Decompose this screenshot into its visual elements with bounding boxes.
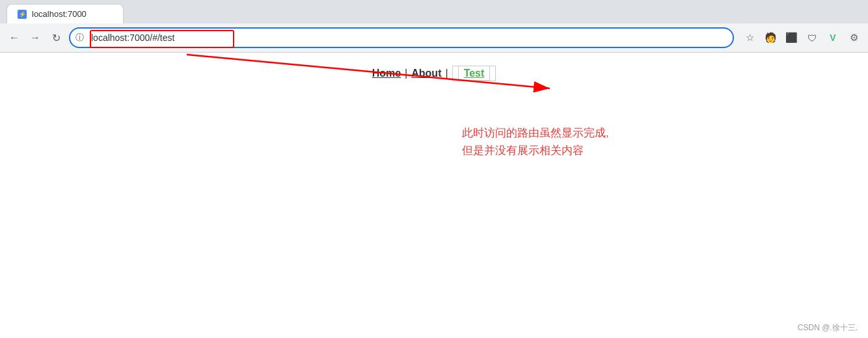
address-bar-wrapper: ⓘ xyxy=(69,27,734,48)
nav-separator-2: | xyxy=(445,68,448,79)
info-icon: ⓘ xyxy=(75,32,84,44)
browser-tab[interactable]: ⚡ localhost:7000 xyxy=(7,4,124,23)
forward-button[interactable]: → xyxy=(26,29,44,47)
nav-buttons: ← → ↻ xyxy=(5,29,65,47)
nav-separator-1: | xyxy=(405,68,407,79)
test-nav-link-box: Test xyxy=(452,66,496,81)
bookmark-icon[interactable]: ☆ xyxy=(740,29,759,47)
about-nav-link[interactable]: About xyxy=(411,68,441,79)
address-bar-input[interactable] xyxy=(69,27,734,48)
browser-chrome: ⚡ localhost:7000 ← → ↻ ⓘ ☆ 🧑 ⬛ 🛡 V ⚙ xyxy=(0,0,868,53)
back-button[interactable]: ← xyxy=(5,29,23,47)
extension-icon-1[interactable]: 🧑 xyxy=(761,29,780,47)
extension-icon-4[interactable]: V xyxy=(824,29,842,47)
description-line-2: 但是并没有展示相关内容 xyxy=(462,142,609,159)
extension-icon-3[interactable]: 🛡 xyxy=(803,29,821,47)
address-bar-row: ← → ↻ ⓘ ☆ 🧑 ⬛ 🛡 V ⚙ xyxy=(0,23,868,52)
description-text: 此时访问的路由虽然显示完成, 但是并没有展示相关内容 xyxy=(462,124,609,159)
toolbar-icons: ☆ 🧑 ⬛ 🛡 V ⚙ xyxy=(740,29,863,47)
tab-favicon: ⚡ xyxy=(18,10,27,19)
extension-icon-2[interactable]: ⬛ xyxy=(782,29,800,47)
watermark: CSDN @.徐十三. xyxy=(798,322,858,333)
home-nav-link[interactable]: Home xyxy=(372,68,401,79)
refresh-button[interactable]: ↻ xyxy=(47,29,65,47)
annotation-arrow xyxy=(0,53,868,338)
test-nav-link[interactable]: Test xyxy=(458,66,491,81)
nav-bar: Home | About | Test xyxy=(0,53,868,92)
settings-icon[interactable]: ⚙ xyxy=(845,29,863,47)
tab-bar: ⚡ localhost:7000 xyxy=(0,0,868,23)
description-line-1: 此时访问的路由虽然显示完成, xyxy=(462,124,609,142)
tab-title: localhost:7000 xyxy=(32,9,87,19)
page-content: Home | About | Test 此时访问的路由虽然显示完成, 但是并没有… xyxy=(0,53,868,338)
